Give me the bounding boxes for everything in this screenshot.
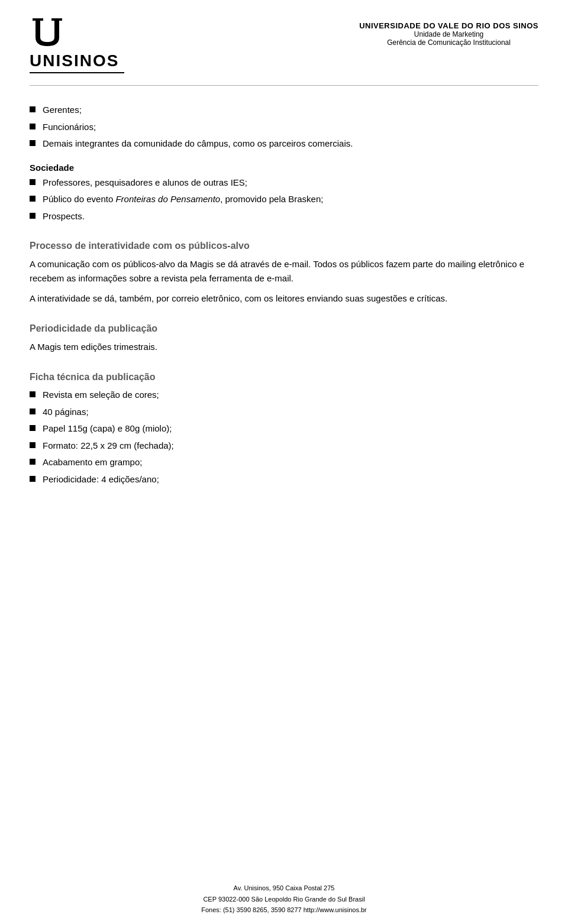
list-item: Gerentes; — [30, 103, 538, 117]
university-name: UNIVERSIDADE DO VALE DO RIO DOS SINOS — [359, 21, 538, 30]
list-item: Acabamento em grampo; — [30, 456, 538, 469]
sociedade-item-1: Público do evento Fronteiras do Pensamen… — [43, 193, 323, 206]
bullet-icon — [30, 124, 36, 129]
logo-icon — [30, 17, 65, 49]
list-item: Funcionários; — [30, 121, 538, 134]
interatividade-heading: Processo de interatividade com os públic… — [30, 241, 538, 251]
list-item: Público do evento Fronteiras do Pensamen… — [30, 193, 538, 206]
ficha-item-2: Papel 115g (capa) e 80g (miolo); — [43, 422, 172, 436]
bullet-icon — [30, 408, 36, 414]
intro-bullet-list: Gerentes; Funcionários; Demais integrant… — [30, 103, 538, 151]
svg-rect-1 — [51, 18, 62, 21]
list-item: Periodicidade: 4 edições/ano; — [30, 473, 538, 487]
sociedade-bullet-list: Professores, pesquisadores e alunos de o… — [30, 176, 538, 223]
bullet-icon — [30, 391, 36, 397]
intro-item-0: Gerentes; — [43, 103, 82, 117]
footer-line3: Fones: (51) 3590 8265, 3590 8277 http://… — [0, 904, 568, 916]
bullet-icon — [30, 459, 36, 465]
sociedade-section: Sociedade Professores, pesquisadores e a… — [30, 163, 538, 223]
ficha-tecnica-heading: Ficha técnica da publicação — [30, 372, 538, 382]
intro-item-1: Funcionários; — [43, 121, 96, 134]
ficha-tecnica-list: Revista em seleção de cores; 40 páginas;… — [30, 388, 538, 486]
interatividade-para2: A interatividade se dá, também, por corr… — [30, 291, 538, 306]
ficha-item-4: Acabamento em grampo; — [43, 456, 142, 469]
page: UNISINOS UNIVERSIDADE DO VALE DO RIO DOS… — [0, 0, 568, 924]
bullet-icon — [30, 213, 36, 219]
list-item: Papel 115g (capa) e 80g (miolo); — [30, 422, 538, 436]
footer-line1: Av. Unisinos, 950 Caixa Postal 275 — [0, 883, 568, 894]
list-item: Formato: 22,5 x 29 cm (fechada); — [30, 439, 538, 453]
footer: Av. Unisinos, 950 Caixa Postal 275 CEP 9… — [0, 872, 568, 924]
intro-item-2: Demais integrantes da comunidade do câmp… — [43, 137, 353, 151]
list-item: Professores, pesquisadores e alunos de o… — [30, 176, 538, 190]
ficha-item-0: Revista em seleção de cores; — [43, 388, 159, 402]
header-unit: Unidade de Marketing — [359, 30, 538, 38]
bullet-icon — [30, 179, 36, 185]
list-item: Revista em seleção de cores; — [30, 388, 538, 402]
sociedade-item-2: Prospects. — [43, 210, 85, 223]
header: UNISINOS UNIVERSIDADE DO VALE DO RIO DOS… — [0, 0, 568, 85]
interatividade-para1: A comunicação com os públicos-alvo da Ma… — [30, 257, 538, 286]
list-item: 40 páginas; — [30, 406, 538, 419]
sociedade-item-0: Professores, pesquisadores e alunos de o… — [43, 176, 247, 190]
ficha-item-1: 40 páginas; — [43, 406, 89, 419]
ficha-tecnica-section: Ficha técnica da publicação Revista em s… — [30, 372, 538, 486]
bullet-icon — [30, 140, 36, 146]
sociedade-label: Sociedade — [30, 163, 538, 173]
footer-line2: CEP 93022-000 São Leopoldo Rio Grande do… — [0, 894, 568, 905]
svg-rect-0 — [33, 18, 43, 21]
periodicidade-heading: Periodicidade da publicação — [30, 323, 538, 334]
ficha-item-5: Periodicidade: 4 edições/ano; — [43, 473, 159, 487]
periodicidade-para: A Magis tem edições trimestrais. — [30, 340, 538, 354]
interatividade-section: Processo de interatividade com os públic… — [30, 241, 538, 306]
logo-text: UNISINOS — [30, 51, 124, 73]
bullet-icon — [30, 476, 36, 482]
bullet-icon — [30, 425, 36, 431]
main-content: Gerentes; Funcionários; Demais integrant… — [0, 86, 568, 521]
header-right: UNIVERSIDADE DO VALE DO RIO DOS SINOS Un… — [359, 17, 538, 47]
italic-text: Fronteiras do Pensamento — [115, 194, 220, 204]
periodicidade-section: Periodicidade da publicação A Magis tem … — [30, 323, 538, 354]
bullet-icon — [30, 442, 36, 448]
logo-area: UNISINOS — [30, 17, 124, 73]
list-item: Prospects. — [30, 210, 538, 223]
ficha-item-3: Formato: 22,5 x 29 cm (fechada); — [43, 439, 174, 453]
header-gerencia: Gerência de Comunicação Institucional — [359, 38, 538, 47]
bullet-icon — [30, 196, 36, 202]
list-item: Demais integrantes da comunidade do câmp… — [30, 137, 538, 151]
bullet-icon — [30, 106, 36, 112]
